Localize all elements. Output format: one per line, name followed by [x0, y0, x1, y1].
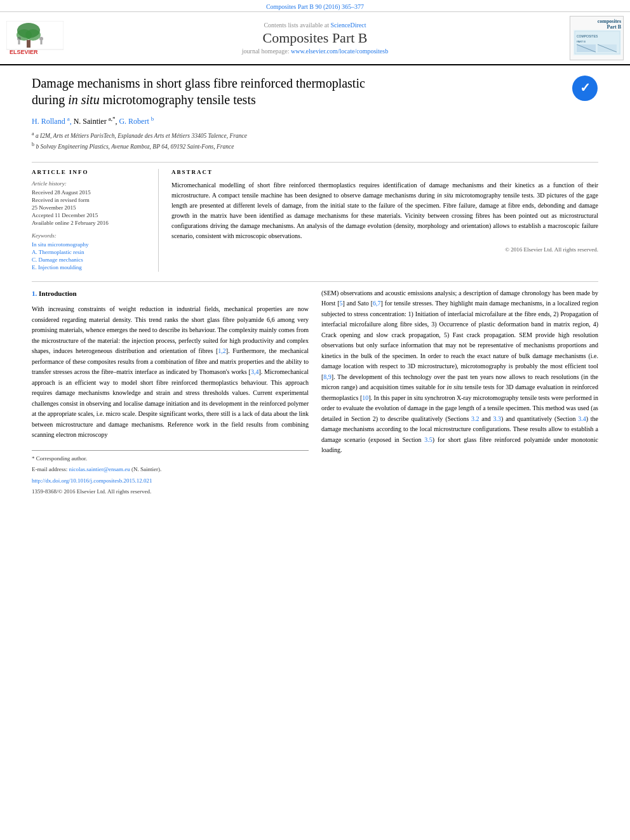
svg-rect-8 — [41, 41, 43, 44]
keyword-4: E. Injection moulding — [32, 264, 149, 270]
footnote-doi: http://dx.doi.org/10.1016/j.compositesb.… — [32, 476, 309, 485]
copyright-line: © 2016 Elsevier Ltd. All rights reserved… — [171, 246, 598, 253]
info-abstract-section: ARTICLE INFO Article history: Received 2… — [32, 162, 598, 272]
ref-sec32-link[interactable]: 3.2 — [471, 415, 479, 422]
authors-line: H. Rolland a, N. Saintier a,*, G. Robert… — [32, 116, 598, 126]
abstract-label: ABSTRACT — [171, 169, 598, 175]
intro-para-2: (SEM) observations and acoustic emission… — [321, 288, 598, 456]
email-link[interactable]: nicolas.saintier@ensam.eu — [69, 466, 130, 472]
crossmark-icon: ✓ — [572, 75, 598, 102]
svg-point-5 — [17, 37, 21, 41]
article-content: Damage mechanisms in short glass fibre r… — [0, 65, 630, 507]
history-revised-date: 25 November 2015 — [32, 204, 149, 211]
svg-text:PART B: PART B — [577, 40, 586, 43]
svg-point-7 — [39, 37, 43, 41]
homepage-link[interactable]: www.elsevier.com/locate/compositesb — [291, 48, 388, 55]
composites-logo-image: COMPOSITES PART B — [573, 30, 621, 55]
sciencedirect-link[interactable]: ScienceDirect — [330, 22, 366, 29]
elsevier-logo: ELSEVIER — [6, 21, 64, 56]
journal-reference-link[interactable]: Composites Part B 90 (2016) 365–377 — [266, 3, 364, 10]
svg-rect-4 — [27, 40, 30, 48]
history-online: Available online 2 February 2016 — [32, 220, 149, 226]
section-divider — [32, 281, 598, 282]
sciencedirect-text: Contents lists available at ScienceDirec… — [264, 22, 366, 29]
composites-logo-area: compositesPart B COMPOSITES PART B — [560, 16, 624, 60]
history-revised-label: Received in revised form — [32, 197, 149, 203]
footnote-email: E-mail address: nicolas.saintier@ensam.e… — [32, 465, 309, 474]
ref-5-link[interactable]: 5 — [339, 300, 342, 307]
ref-1-link[interactable]: 1,2 — [218, 347, 226, 354]
body-col-left: 1. Introduction With increasing constrai… — [32, 288, 309, 498]
journal-title: Composites Part B — [262, 30, 367, 46]
journal-header: ELSEVIER Contents lists available at Sci… — [0, 12, 630, 65]
ref-10-link[interactable]: 10 — [362, 394, 368, 401]
ref-sec34-link[interactable]: 3.4 — [578, 415, 586, 422]
keyword-2: A. Thermoplastic resin — [32, 249, 149, 255]
ref-sec33-link[interactable]: 3.3 — [493, 415, 502, 422]
keyword-1: In situ microtomography — [32, 241, 149, 248]
crossmark-button[interactable]: ✓ — [572, 75, 598, 102]
keywords-label: Keywords: — [32, 232, 149, 239]
history-label: Article history: — [32, 180, 149, 187]
article-info-label: ARTICLE INFO — [32, 169, 149, 175]
intro-para-1: With increasing constraints of weight re… — [32, 304, 309, 441]
abstract-text: Micromechanical modelling of short fibre… — [171, 180, 598, 241]
journal-title-area: Contents lists available at ScienceDirec… — [76, 16, 554, 60]
history-accepted: Accepted 11 December 2015 — [32, 212, 149, 218]
ref-6-link[interactable]: 6,7 — [373, 300, 381, 307]
ref-sec35-link[interactable]: 3.5 — [424, 436, 432, 443]
abstract-section: ABSTRACT Micromechanical modelling of sh… — [171, 169, 598, 272]
svg-rect-6 — [18, 41, 20, 44]
top-bar: Composites Part B 90 (2016) 365–377 — [0, 0, 630, 12]
affiliations: a a I2M, Arts et Métiers ParisTech, Espl… — [32, 130, 598, 152]
footnote-issn: 1359-8368/© 2016 Elsevier Ltd. All right… — [32, 487, 309, 496]
composites-logo: compositesPart B COMPOSITES PART B — [570, 16, 624, 60]
doi-link[interactable]: http://dx.doi.org/10.1016/j.compositesb.… — [32, 477, 152, 484]
svg-text:COMPOSITES: COMPOSITES — [577, 34, 598, 38]
footnote-corresponding: * Corresponding author. — [32, 454, 309, 463]
keyword-3: C. Damage mechanics — [32, 257, 149, 263]
svg-text:✓: ✓ — [580, 81, 591, 95]
ref-8-link[interactable]: 8,9 — [323, 373, 332, 380]
publisher-logo-area: ELSEVIER — [6, 16, 70, 60]
history-received: Received 28 August 2015 — [32, 189, 149, 196]
ref-3-link[interactable]: 3,4 — [251, 368, 259, 375]
journal-homepage: journal homepage: www.elsevier.com/locat… — [242, 48, 388, 55]
body-columns: 1. Introduction With increasing constrai… — [32, 288, 598, 498]
introduction-heading: 1. Introduction — [32, 288, 309, 300]
svg-point-3 — [25, 29, 41, 41]
article-title: Damage mechanisms in short glass fibre r… — [32, 75, 572, 108]
body-col-right: (SEM) observations and acoustic emission… — [321, 288, 598, 498]
footnote-section: * Corresponding author. E-mail address: … — [32, 450, 309, 497]
article-title-section: Damage mechanisms in short glass fibre r… — [32, 75, 598, 108]
svg-text:ELSEVIER: ELSEVIER — [10, 49, 38, 55]
article-info: ARTICLE INFO Article history: Received 2… — [32, 169, 159, 272]
